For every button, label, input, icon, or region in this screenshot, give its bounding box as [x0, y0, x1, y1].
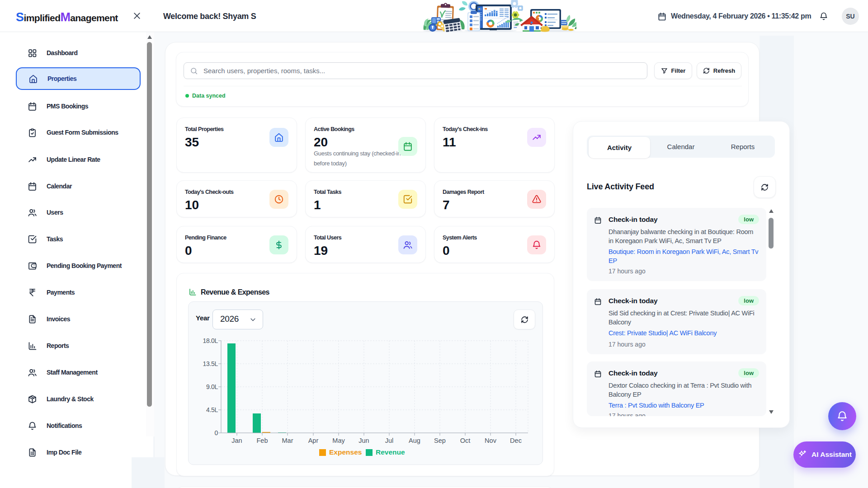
- svg-text:13.5L: 13.5L: [203, 360, 218, 367]
- svg-text:Dec: Dec: [510, 437, 522, 444]
- svg-text:Feb: Feb: [257, 437, 268, 444]
- svg-text:Jul: Jul: [385, 437, 394, 444]
- svg-text:Jun: Jun: [359, 437, 369, 444]
- svg-text:Apr: Apr: [308, 437, 319, 444]
- svg-text:18.0L: 18.0L: [203, 337, 218, 344]
- svg-text:Jan: Jan: [231, 437, 242, 444]
- svg-text:Sep: Sep: [434, 437, 446, 444]
- svg-text:Expenses: Expenses: [329, 448, 362, 456]
- svg-text:Oct: Oct: [460, 437, 471, 444]
- svg-text:4.5L: 4.5L: [206, 406, 218, 413]
- svg-text:9.0L: 9.0L: [206, 383, 218, 390]
- svg-text:Revenue: Revenue: [376, 448, 405, 456]
- svg-text:May: May: [332, 437, 345, 444]
- svg-text:0: 0: [215, 429, 218, 436]
- svg-text:Mar: Mar: [282, 437, 293, 444]
- svg-text:Aug: Aug: [409, 437, 420, 444]
- svg-text:Nov: Nov: [485, 437, 497, 444]
